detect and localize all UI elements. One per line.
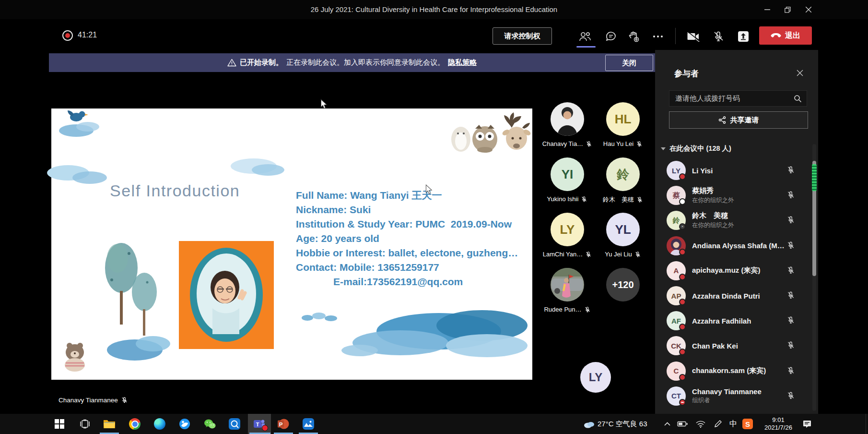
ime-indicator[interactable]: 中 <box>726 414 740 434</box>
mic-off-icon[interactable] <box>786 166 795 174</box>
mic-off-icon <box>121 397 128 404</box>
overflow-count-tile[interactable]: +120 <box>606 268 640 301</box>
participant-texts: Azzahra Fadhilah <box>692 308 751 333</box>
participant-video-avatar <box>551 102 584 136</box>
participant-row[interactable]: CKChan Pak Kei <box>655 333 809 358</box>
blue-app-icon[interactable] <box>223 414 246 434</box>
sogou-icon[interactable]: S <box>742 414 753 434</box>
file-explorer-icon[interactable] <box>98 414 120 434</box>
participant-name: 蔡娟秀 <box>692 186 734 195</box>
participant-row[interactable]: APAzzahra Dinda Putri <box>655 283 809 308</box>
close-button[interactable] <box>798 0 819 19</box>
minimize-button[interactable] <box>757 0 777 19</box>
video-tile[interactable]: YI <box>551 157 584 191</box>
mic-off-icon[interactable] <box>786 291 795 300</box>
taskbar-clock[interactable]: 9:01 2021/7/26 <box>759 414 798 434</box>
share-invite-icon <box>718 116 726 124</box>
windows-taskbar: T P 27°C 空气良 63 中 S <box>0 414 868 434</box>
powerpoint-icon[interactable]: P <box>272 414 294 434</box>
mouse-cursor <box>319 99 329 109</box>
shared-slide: Self Introduction Full Name: Wang Tianyi… <box>51 108 532 380</box>
task-view-button[interactable] <box>74 414 96 434</box>
camera-off-icon[interactable] <box>683 28 704 45</box>
share-screen-icon[interactable] <box>733 28 754 45</box>
teams-icon[interactable]: T <box>248 414 271 434</box>
invite-search-input[interactable]: 邀请他人或拨打号码 <box>669 90 807 107</box>
people-icon[interactable] <box>575 28 596 45</box>
participant-name: Andiana Alyssa Shafa (Medici… <box>692 241 788 250</box>
chevron-down-icon <box>661 147 666 150</box>
privacy-policy-link[interactable]: 隐私策略 <box>448 58 477 67</box>
in-meeting-section-header[interactable]: 在此会议中 (128 人) <box>661 144 731 153</box>
more-options-icon[interactable] <box>647 28 669 45</box>
participant-row[interactable]: Cchanakorn.sam (来宾) <box>655 359 809 384</box>
self-video-tile[interactable]: LY <box>580 362 611 393</box>
mic-off-icon[interactable] <box>786 241 795 250</box>
mic-off-icon[interactable] <box>786 316 795 325</box>
pen-icon[interactable] <box>711 414 725 434</box>
video-tile[interactable] <box>551 102 584 136</box>
participant-row[interactable]: 蔡蔡娟秀在你的组织之外 <box>655 183 809 208</box>
participant-row[interactable]: CTChanavy Tianmanee组织者 <box>655 384 809 409</box>
video-tile[interactable] <box>551 268 584 301</box>
window-title: 26 July 2021: Cultural Diversity in Heal… <box>0 0 868 19</box>
banner-title: 已开始录制。 <box>240 58 283 67</box>
svg-text:P: P <box>279 422 283 427</box>
share-invite-button[interactable]: 共享邀请 <box>669 111 808 129</box>
chrome-icon[interactable] <box>124 414 146 434</box>
participant-row[interactable]: AFAzzahra Fadhilah <box>655 308 809 333</box>
browser-icon[interactable] <box>174 414 196 434</box>
search-icon <box>794 95 802 103</box>
banner-close-button[interactable]: 关闭 <box>605 55 653 71</box>
warning-icon <box>227 59 236 67</box>
participant-row[interactable]: Andiana Alyssa Shafa (Medici… <box>655 233 809 258</box>
mountain-app-icon[interactable] <box>297 414 319 434</box>
edge-icon[interactable] <box>149 414 171 434</box>
mic-off-icon[interactable] <box>786 216 795 224</box>
mic-off-icon <box>584 306 591 313</box>
participant-row[interactable]: Aapichaya.muz (来宾) <box>655 258 809 283</box>
slide-title: Self Introduction <box>110 181 240 200</box>
mic-off-icon[interactable] <box>786 266 795 275</box>
show-desktop-button[interactable] <box>866 414 868 434</box>
slide-cloud-title <box>230 154 285 179</box>
status-badge: × <box>679 223 686 230</box>
slide-photo-frame <box>179 241 274 349</box>
battery-icon[interactable] <box>675 414 690 434</box>
participant-name: apichaya.muz (来宾) <box>692 266 761 275</box>
restore-button[interactable] <box>777 0 798 19</box>
wifi-icon[interactable] <box>693 414 708 434</box>
video-tile[interactable]: 鈴 <box>606 157 640 191</box>
video-tile[interactable]: YL <box>606 213 640 246</box>
mic-off-icon[interactable] <box>786 391 795 400</box>
wechat-icon[interactable] <box>199 414 221 434</box>
mic-off-icon[interactable] <box>786 191 795 199</box>
hidden-icons-chevron[interactable] <box>660 414 674 434</box>
chat-icon[interactable] <box>600 28 622 45</box>
slide-text-block: Full Name: Wang Tianyi 王天一Nickname: Suki… <box>296 188 518 289</box>
video-tile[interactable]: HL <box>606 102 640 136</box>
participant-row[interactable]: 鈴×鈴木 美穂在你的组织之外 <box>655 208 809 233</box>
participant-name: chanakorn.sam (来宾) <box>692 366 766 375</box>
participant-initials-avatar: 鈴 <box>606 157 640 191</box>
slide-text-line: Institution & Study Year: PUMC 2019.09-N… <box>296 217 518 231</box>
slide-text-line: Hobbie or Interest: ballet, electone, gu… <box>296 246 518 260</box>
slide-text-line: Contact: Mobile: 13651259177 <box>296 260 518 275</box>
mic-off-icon[interactable] <box>786 341 795 350</box>
video-tile-name-label: Rudee Pun… <box>534 306 601 313</box>
request-control-button[interactable]: 请求控制权 <box>493 27 552 45</box>
participant-name: Chanavy Tia… <box>542 140 583 147</box>
action-center-icon[interactable] <box>800 414 814 434</box>
video-tile[interactable]: LY <box>551 213 584 246</box>
participant-video-avatar <box>551 268 584 301</box>
participant-row[interactable]: LYLi Yisi <box>655 158 809 183</box>
mic-off-icon[interactable] <box>708 28 729 45</box>
weather-widget[interactable]: 27°C 空气良 63 <box>583 414 647 434</box>
mic-off-icon <box>634 251 641 258</box>
raise-hand-icon[interactable] <box>623 28 645 45</box>
leave-meeting-button[interactable]: 退出 <box>759 26 812 45</box>
mic-off-icon[interactable] <box>786 366 795 375</box>
panel-close-icon[interactable] <box>794 67 806 79</box>
status-badge <box>679 299 686 305</box>
start-button[interactable] <box>48 414 70 434</box>
